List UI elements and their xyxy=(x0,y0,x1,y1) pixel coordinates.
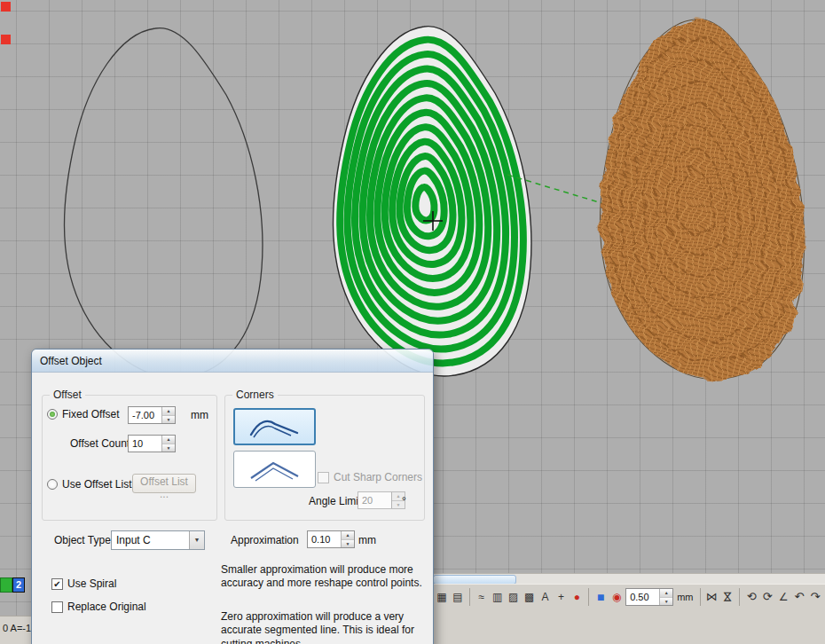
cut-sharp-corners-label: Cut Sharp Corners xyxy=(334,471,422,483)
angle-limit-spinner[interactable]: 20 ▲ ▼ xyxy=(358,491,405,509)
redo-icon[interactable]: ↷ xyxy=(808,589,822,605)
color-chip-icon[interactable]: ■ xyxy=(593,589,608,605)
offset-count-label: Offset Count xyxy=(70,437,130,450)
mirror-vertical-icon[interactable]: ⋈ xyxy=(719,590,735,604)
stitch-width-spinner[interactable]: 0.50 ▲ ▼ xyxy=(625,588,673,606)
object-type-value: Input C xyxy=(112,534,189,546)
approximation-note-2: Zero approximation will produce a very a… xyxy=(221,610,425,644)
stop-icon[interactable]: ● xyxy=(570,589,584,605)
thread-color-icon[interactable]: ◉ xyxy=(609,589,624,605)
spin-up-button[interactable]: ▲ xyxy=(342,531,354,540)
lettering-icon[interactable]: A xyxy=(538,589,553,605)
corner-style-rounded-button[interactable] xyxy=(233,408,316,445)
dialog-titlebar[interactable]: Offset Object xyxy=(32,349,433,373)
ruler-marker-icon xyxy=(1,2,11,12)
approximation-label: Approximation xyxy=(231,534,299,546)
chevron-down-icon[interactable]: ▼ xyxy=(189,531,204,549)
corners-group-label: Corners xyxy=(232,389,278,401)
app-window: ▦ ▤ ≈ ▥ ▨ ▩ A + ● ■ ◉ 0.50 ▲ ▼ mm ⋈ ⋈ xyxy=(0,0,825,644)
stitch-width-value[interactable]: 0.50 xyxy=(626,589,659,605)
fixed-offset-label: Fixed Offset xyxy=(62,408,119,420)
undo-icon[interactable]: ↶ xyxy=(792,589,806,605)
dialog-title: Offset Object xyxy=(40,355,102,367)
replace-original-checkbox[interactable] xyxy=(51,601,63,613)
object-type-label: Object Type xyxy=(54,534,111,546)
offset-count-value[interactable]: 10 xyxy=(129,436,161,452)
cut-sharp-corners-row[interactable]: Cut Sharp Corners xyxy=(318,471,422,483)
spin-up-button[interactable]: ▲ xyxy=(162,436,175,444)
offset-object-dialog: Offset Object Offset Fixed Offset -7.00 … xyxy=(31,349,434,644)
stitch-width-unit: mm xyxy=(675,592,695,602)
approximation-unit: mm xyxy=(358,534,376,546)
corner-style-sharp-button[interactable] xyxy=(233,451,316,488)
use-spiral-label: Use Spiral xyxy=(67,577,116,590)
toolbar-separator xyxy=(739,588,740,606)
offset-group: Offset Fixed Offset -7.00 ▲ ▼ mm Offset … xyxy=(42,395,217,521)
toolbar-separator xyxy=(700,588,701,606)
run-stitch-icon[interactable]: ≈ xyxy=(475,589,489,605)
bottom-toolbar: ▦ ▤ ≈ ▥ ▨ ▩ A + ● ■ ◉ 0.50 ▲ ▼ mm ⋈ ⋈ xyxy=(432,584,825,644)
approximation-note-1: Smaller approximation will produce more … xyxy=(221,563,425,591)
rotate-ccw-icon[interactable]: ⟲ xyxy=(744,589,758,605)
approximation-value[interactable]: 0.10 xyxy=(308,531,341,547)
angle-limit-label: Angle Limit xyxy=(309,495,361,507)
angle-limit-value[interactable]: 20 xyxy=(358,492,391,508)
spin-down-button[interactable]: ▼ xyxy=(342,540,354,548)
color-palette: 2 xyxy=(0,577,25,593)
fixed-offset-radio[interactable] xyxy=(47,409,58,420)
reshape-icon[interactable]: + xyxy=(554,589,569,605)
use-offset-list-radio[interactable] xyxy=(47,479,58,490)
stitched-shape[interactable] xyxy=(600,20,804,380)
spin-up-button[interactable]: ▲ xyxy=(660,589,672,598)
satin-stitch-icon[interactable]: ▥ xyxy=(491,589,505,605)
grid-icon[interactable]: ▦ xyxy=(435,589,449,605)
palette-swatch-1[interactable] xyxy=(0,577,12,593)
spin-down-button[interactable]: ▼ xyxy=(162,444,175,452)
use-offset-list-label: Use Offset List xyxy=(62,478,131,491)
outline-mode-icon[interactable]: ▤ xyxy=(451,589,465,605)
object-type-select[interactable]: Input C ▼ xyxy=(111,530,205,550)
spin-down-button[interactable]: ▼ xyxy=(660,598,672,606)
palette-swatch-2[interactable]: 2 xyxy=(12,577,25,593)
toolbar-separator xyxy=(469,588,470,606)
offset-list-button[interactable]: Offset List ... xyxy=(132,474,196,493)
mirror-horizontal-icon[interactable]: ⋈ xyxy=(704,589,719,605)
offset-group-label: Offset xyxy=(50,389,85,401)
fixed-offset-value[interactable]: -7.00 xyxy=(129,407,161,423)
use-spiral-row[interactable]: ✔ Use Spiral xyxy=(51,577,116,590)
fixed-offset-unit: mm xyxy=(191,409,208,421)
sharp-corner-icon xyxy=(248,457,302,482)
use-spiral-checkbox[interactable]: ✔ xyxy=(51,578,63,590)
corners-group: Corners Cut Sharp Corners xyxy=(224,395,425,521)
use-offset-list-radio-row[interactable]: Use Offset List xyxy=(47,478,131,491)
approximation-spinner[interactable]: 0.10 ▲ ▼ xyxy=(307,530,355,548)
dialog-body: Offset Fixed Offset -7.00 ▲ ▼ mm Offset … xyxy=(32,373,433,644)
outline-shape[interactable] xyxy=(65,28,263,378)
fill-stitch-icon[interactable]: ▨ xyxy=(507,589,521,605)
rotate-cw-icon[interactable]: ⟳ xyxy=(760,589,774,605)
fixed-offset-spinner[interactable]: -7.00 ▲ ▼ xyxy=(128,406,176,424)
cut-sharp-corners-checkbox[interactable] xyxy=(318,472,329,483)
spin-up-button[interactable]: ▲ xyxy=(162,407,175,416)
skew-icon[interactable]: ∠ xyxy=(776,589,790,605)
replace-original-label: Replace Original xyxy=(67,601,146,613)
toolbar-separator xyxy=(588,588,589,606)
ruler-marker-icon xyxy=(1,35,11,44)
fixed-offset-radio-row[interactable]: Fixed Offset xyxy=(47,408,119,420)
rounded-corner-icon xyxy=(248,414,302,439)
spin-down-button[interactable]: ▼ xyxy=(162,416,175,424)
angle-limit-unit: ° xyxy=(402,495,406,507)
offset-count-spinner[interactable]: 10 ▲ ▼ xyxy=(128,435,176,452)
pattern-fill-icon[interactable]: ▩ xyxy=(522,589,537,605)
offset-fill-shape[interactable] xyxy=(334,27,531,376)
replace-original-row[interactable]: Replace Original xyxy=(51,601,146,613)
